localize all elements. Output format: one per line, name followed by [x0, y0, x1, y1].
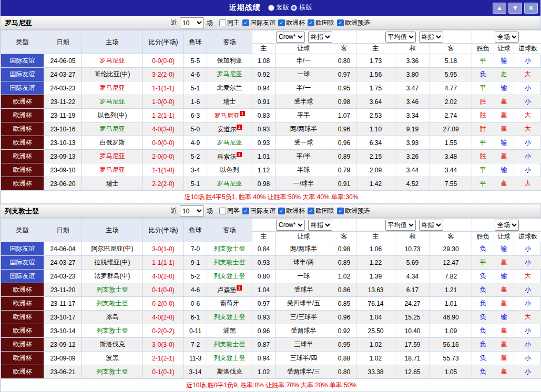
- home-team-cell[interactable]: 列支敦士登: [82, 324, 143, 338]
- checked-checkbox-icon[interactable]: [308, 208, 314, 214]
- checked-checkbox-icon[interactable]: [308, 19, 314, 26]
- date-cell: 23-11-20: [44, 283, 82, 297]
- home-team-cell[interactable]: 罗马尼亚: [82, 150, 143, 163]
- score-cell: 4-0(2-0): [143, 270, 184, 283]
- euro-home-odds-cell: 33.38: [356, 365, 395, 379]
- home-team-cell[interactable]: 罗马尼亚: [82, 122, 143, 136]
- handicap-line-cell: 两/两球半: [275, 122, 332, 136]
- away-team-cell[interactable]: 列支敦士登: [207, 242, 252, 256]
- date-cell: 23-06-21: [44, 365, 82, 379]
- home-team-cell[interactable]: 列支敦士登: [82, 297, 143, 311]
- home-team-cell[interactable]: 瑞士: [82, 177, 143, 191]
- away-team-cell[interactable]: 列支敦士登: [207, 352, 252, 365]
- winloss-result-cell: 负: [472, 270, 494, 283]
- euro-away-odds-cell: 46.90: [430, 311, 472, 324]
- radio-icon[interactable]: [291, 5, 297, 11]
- scope-select[interactable]: 全场: [495, 220, 519, 231]
- competition-filter-0-1[interactable]: 欧洲杯: [278, 18, 305, 27]
- competition-filter-1-2[interactable]: 欧国联: [308, 207, 334, 215]
- checked-checkbox-icon[interactable]: [337, 208, 344, 214]
- home-team-cell[interactable]: 冰岛: [82, 311, 143, 324]
- away-team-cell[interactable]: 罗马尼亚: [207, 136, 252, 150]
- competition-filter-0-3[interactable]: 欧洲预选: [337, 18, 370, 27]
- scroll-up-button[interactable]: ▲: [493, 3, 506, 14]
- average-index-select[interactable]: 终指: [419, 220, 443, 231]
- away-team-cell[interactable]: 列支敦士登: [207, 338, 252, 352]
- match-row: 欧洲杯 23-10-13 白俄罗斯 0-0(0-0) 4-9 罗马尼亚 0.93…: [1, 136, 541, 150]
- home-team-cell[interactable]: 罗马尼亚: [82, 81, 143, 95]
- home-team-cell[interactable]: 罗马尼亚: [82, 163, 143, 177]
- bookmaker-index-select[interactable]: 终指: [308, 220, 332, 231]
- close-button[interactable]: ×: [524, 3, 538, 14]
- home-team-cell[interactable]: 列支敦士登: [82, 365, 143, 379]
- same-side-checkbox-0[interactable]: 同主: [219, 18, 240, 27]
- home-team-cell[interactable]: 罗马尼亚: [82, 95, 143, 109]
- radio-icon[interactable]: [268, 5, 274, 11]
- euro-home-odds-cell: 1.02: [356, 338, 395, 352]
- sub-column-header: 让球: [494, 44, 514, 54]
- home-team-cell[interactable]: 罗马尼亚: [82, 54, 143, 68]
- home-team-cell[interactable]: 以色列(中): [82, 109, 143, 122]
- checked-checkbox-icon[interactable]: [242, 19, 249, 26]
- average-index-select[interactable]: 终指: [419, 32, 443, 43]
- corners-cell: 5-1: [184, 177, 207, 191]
- sub-column-header: 进球数: [514, 44, 541, 54]
- checked-checkbox-icon[interactable]: [242, 208, 249, 214]
- goals-result-cell: 小: [514, 54, 541, 68]
- away-team-cell[interactable]: 波黑: [207, 324, 252, 338]
- unchecked-checkbox-icon[interactable]: [219, 19, 226, 26]
- unchecked-checkbox-icon[interactable]: [219, 208, 226, 214]
- competition-filter-1-1[interactable]: 欧洲杯: [278, 207, 305, 215]
- away-team-cell[interactable]: 保加利亚: [207, 54, 252, 68]
- same-side-checkbox-1[interactable]: 同客: [219, 207, 240, 215]
- home-team-cell[interactable]: 法罗群岛(中): [82, 270, 143, 283]
- competition-filter-0-2[interactable]: 欧国联: [308, 18, 334, 27]
- away-team-cell[interactable]: 罗马尼亚: [207, 68, 252, 81]
- competition-filter-0-0[interactable]: 国际友谊: [242, 18, 275, 27]
- checked-checkbox-icon[interactable]: [337, 19, 344, 26]
- competition-filter-1-0[interactable]: 国际友谊: [242, 207, 275, 215]
- recent-count-select[interactable]: 10: [180, 17, 204, 28]
- home-team-cell[interactable]: 列支敦士登: [82, 283, 143, 297]
- away-team-cell[interactable]: 葡萄牙: [207, 297, 252, 311]
- layout-radio-1[interactable]: 横版: [291, 3, 312, 12]
- corners-cell: 3-4: [184, 163, 207, 177]
- score-cell: 1-2(1-1): [143, 109, 184, 122]
- average-select[interactable]: 平均值: [385, 220, 416, 231]
- away-team-cell[interactable]: 安道尔1: [207, 122, 252, 136]
- away-team-cell[interactable]: 以色列: [207, 163, 252, 177]
- away-team-cell[interactable]: 列支敦士登: [207, 256, 252, 270]
- checkbox-label: 欧洲预选: [345, 18, 370, 27]
- away-team-cell[interactable]: 斯洛伐克: [207, 365, 252, 379]
- corners-cell: 4-6: [184, 283, 207, 297]
- recent-count-select[interactable]: 10: [180, 205, 204, 216]
- home-team-cell[interactable]: 阿尔巴尼亚(中): [82, 242, 143, 256]
- results-table: 类型日期主场比分(半场)角球客场 Crow*终指 平均值终指 全场 主让球客主和…: [1, 218, 541, 392]
- away-team-cell[interactable]: 科索沃1: [207, 150, 252, 163]
- layout-radio-0[interactable]: 竖版: [268, 3, 289, 12]
- home-team-cell[interactable]: 白俄罗斯: [82, 136, 143, 150]
- winloss-result-cell: 负: [472, 324, 494, 338]
- away-team-cell[interactable]: 北爱尔兰: [207, 81, 252, 95]
- away-team-cell[interactable]: 罗马尼亚1: [207, 109, 252, 122]
- away-team-cell[interactable]: 罗马尼亚: [207, 177, 252, 191]
- away-team-cell[interactable]: 瑞士: [207, 95, 252, 109]
- away-team-cell[interactable]: 卢森堡1: [207, 283, 252, 297]
- scope-select[interactable]: 全场: [495, 32, 519, 43]
- away-team-cell[interactable]: 列支敦士登: [207, 311, 252, 324]
- handicap-result-cell: 输: [494, 311, 514, 324]
- home-team-cell[interactable]: 哥伦比亚(中): [82, 68, 143, 81]
- bookmaker-select[interactable]: Crow*: [276, 32, 305, 43]
- bookmaker-select[interactable]: Crow*: [276, 220, 305, 231]
- average-select[interactable]: 平均值: [385, 32, 416, 43]
- home-team-cell[interactable]: 波黑: [82, 352, 143, 365]
- scroll-down-button[interactable]: ▼: [508, 3, 522, 14]
- checked-checkbox-icon[interactable]: [278, 19, 285, 26]
- euro-away-odds-cell: 2.74: [430, 109, 472, 122]
- home-team-cell[interactable]: 斯洛伐克: [82, 338, 143, 352]
- home-team-cell[interactable]: 拉脱维亚(中): [82, 256, 143, 270]
- away-team-cell[interactable]: 列支敦士登: [207, 270, 252, 283]
- bookmaker-index-select[interactable]: 终指: [308, 32, 332, 43]
- checked-checkbox-icon[interactable]: [278, 208, 285, 214]
- competition-filter-1-3[interactable]: 欧洲预选: [337, 207, 370, 215]
